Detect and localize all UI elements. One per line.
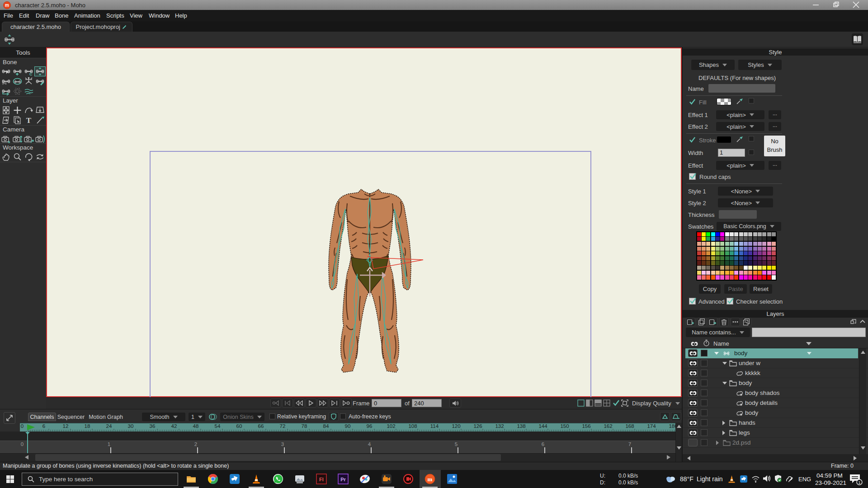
svg-text:T: T [26, 116, 32, 125]
svg-text:C: C [29, 72, 33, 76]
svg-text:m: m [5, 3, 9, 8]
svg-text:m: m [428, 476, 433, 483]
svg-text:Fl: Fl [319, 477, 324, 482]
svg-text:1: 1 [858, 480, 860, 485]
svg-text:Pr: Pr [340, 477, 346, 482]
